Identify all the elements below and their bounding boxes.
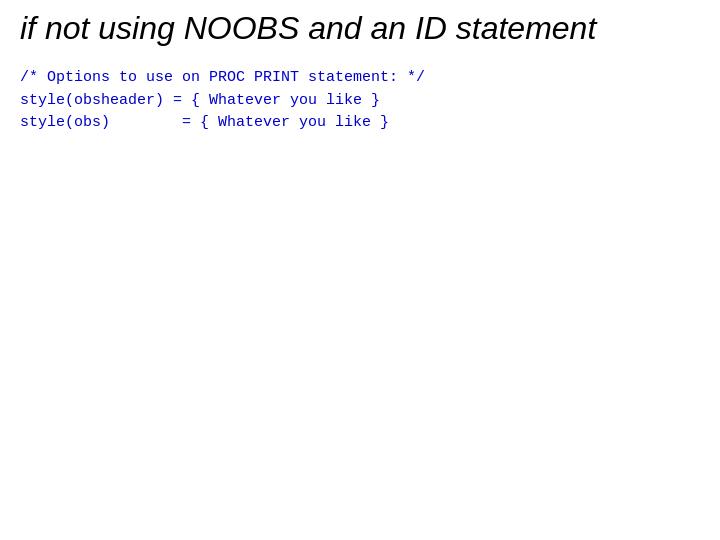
- code-line-3: style(obs) = { Whatever you like }: [20, 112, 700, 135]
- page-container: if not using NOOBS and an ID statement /…: [0, 0, 720, 540]
- code-line-2: style(obsheader) = { Whatever you like }: [20, 90, 700, 113]
- code-line-1: /* Options to use on PROC PRINT statemen…: [20, 67, 700, 90]
- code-block: /* Options to use on PROC PRINT statemen…: [20, 67, 700, 135]
- slide-title: if not using NOOBS and an ID statement: [20, 10, 700, 51]
